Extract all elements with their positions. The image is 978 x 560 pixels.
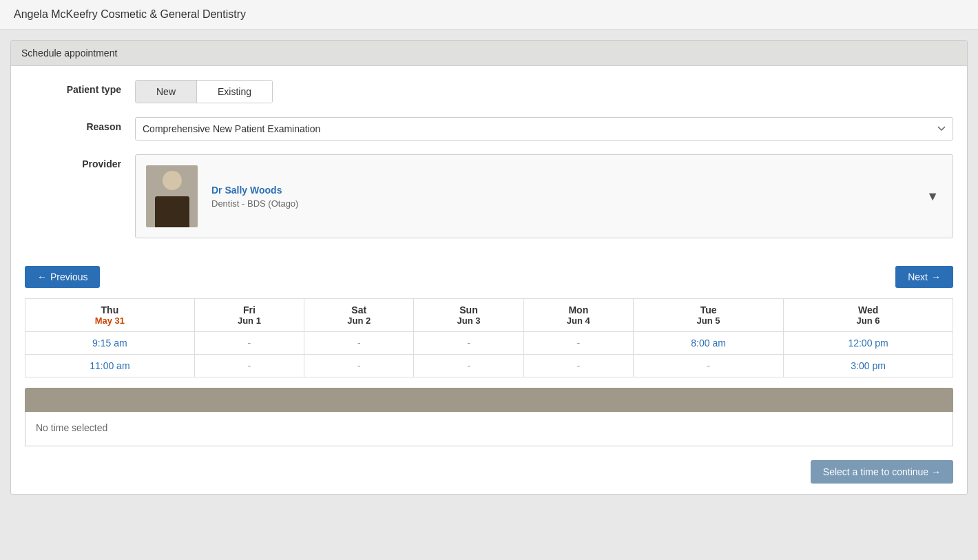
- calendar-header-row: ThuMay 31FriJun 1SatJun 2SunJun 3MonJun …: [25, 299, 953, 332]
- calendar-header-cell: SunJun 3: [414, 299, 523, 332]
- reason-label: Reason: [25, 117, 135, 132]
- calendar-day-name: Fri: [198, 304, 300, 315]
- time-slot[interactable]: 8:00 am: [633, 332, 783, 355]
- main-container: Schedule appointment Patient type New Ex…: [10, 40, 968, 495]
- calendar-header-cell: TueJun 5: [633, 299, 783, 332]
- continue-label: Select a time to continue →: [823, 466, 941, 477]
- time-link[interactable]: 8:00 am: [691, 338, 726, 349]
- provider-row: Provider Dr Sally Woods Dentist - BDS (O…: [25, 154, 953, 238]
- empty-slot: -: [414, 355, 523, 377]
- section-header: Schedule appointment: [11, 41, 967, 66]
- calendar-day-name: Mon: [528, 304, 630, 315]
- previous-button[interactable]: ← Previous: [25, 266, 100, 288]
- calendar-day-name: Tue: [637, 304, 780, 315]
- calendar-row: 11:00 am-----3:00 pm: [25, 355, 953, 377]
- next-label: Next: [908, 271, 928, 282]
- patient-type-new-button[interactable]: New: [136, 81, 197, 103]
- time-slot[interactable]: 11:00 am: [25, 355, 195, 377]
- provider-text: Dr Sally Woods Dentist - BDS (Otago): [211, 185, 298, 209]
- bottom-panel: No time selected: [25, 388, 953, 446]
- empty-slot: -: [194, 332, 304, 355]
- form-area: Patient type New Existing Reason Compreh…: [11, 66, 967, 259]
- provider-photo-silhouette: [146, 165, 198, 227]
- no-time-dash: -: [248, 360, 251, 371]
- bottom-panel-header: [25, 388, 953, 412]
- time-slot[interactable]: 12:00 pm: [784, 332, 953, 355]
- provider-selector[interactable]: Dr Sally Woods Dentist - BDS (Otago) ▼: [135, 154, 953, 238]
- no-time-dash: -: [248, 338, 251, 349]
- calendar-day-name: Thu: [29, 304, 191, 315]
- provider-photo: [146, 165, 198, 227]
- next-button[interactable]: Next →: [895, 266, 953, 288]
- time-link[interactable]: 11:00 am: [90, 360, 129, 371]
- continue-button[interactable]: Select a time to continue →: [811, 460, 953, 484]
- provider-name: Dr Sally Woods: [211, 185, 298, 196]
- calendar-day-name: Wed: [787, 304, 949, 315]
- no-time-dash: -: [357, 360, 361, 371]
- empty-slot: -: [523, 355, 633, 377]
- calendar-header-cell: FriJun 1: [194, 299, 304, 332]
- patient-type-existing-button[interactable]: Existing: [197, 81, 272, 103]
- empty-slot: -: [304, 332, 414, 355]
- empty-slot: -: [194, 355, 304, 377]
- bottom-panel-content: No time selected: [25, 412, 953, 446]
- calendar-header-cell: WedJun 6: [784, 299, 953, 332]
- patient-type-label: Patient type: [25, 80, 135, 95]
- section-title: Schedule appointment: [21, 48, 117, 59]
- calendar-day-date: Jun 5: [637, 315, 780, 326]
- calendar-body: 9:15 am----8:00 am12:00 pm11:00 am-----3…: [25, 332, 953, 377]
- empty-slot: -: [304, 355, 414, 377]
- calendar-table: ThuMay 31FriJun 1SatJun 2SunJun 3MonJun …: [25, 298, 953, 377]
- no-time-dash: -: [467, 360, 470, 371]
- provider-label: Provider: [25, 154, 135, 169]
- calendar-day-date: Jun 1: [198, 315, 300, 326]
- empty-slot: -: [523, 332, 633, 355]
- time-slot[interactable]: 3:00 pm: [784, 355, 953, 377]
- no-time-dash: -: [357, 338, 361, 349]
- calendar-day-date: May 31: [29, 315, 191, 326]
- empty-slot: -: [633, 355, 783, 377]
- bottom-footer: Select a time to continue →: [11, 453, 967, 494]
- time-link[interactable]: 3:00 pm: [851, 360, 886, 371]
- calendar-day-date: Jun 3: [417, 315, 519, 326]
- previous-label: Previous: [50, 271, 87, 282]
- calendar-day-date: Jun 4: [528, 315, 630, 326]
- calendar-day-name: Sun: [417, 304, 519, 315]
- nav-buttons: ← Previous Next →: [11, 259, 967, 295]
- provider-title: Dentist - BDS (Otago): [211, 198, 298, 209]
- no-time-dash: -: [467, 338, 470, 349]
- provider-chevron-icon: ▼: [926, 189, 942, 204]
- calendar-row: 9:15 am----8:00 am12:00 pm: [25, 332, 953, 355]
- patient-type-control: New Existing: [135, 80, 953, 103]
- previous-arrow-icon: ←: [37, 271, 47, 282]
- reason-control: Comprehensive New Patient Examination: [135, 117, 953, 141]
- calendar-header-cell: MonJun 4: [523, 299, 633, 332]
- no-time-dash: -: [576, 360, 580, 371]
- patient-type-toggle-group: New Existing: [135, 80, 273, 103]
- time-link[interactable]: 12:00 pm: [848, 338, 888, 349]
- reason-dropdown[interactable]: Comprehensive New Patient Examination: [135, 117, 953, 141]
- no-time-dash: -: [576, 338, 580, 349]
- patient-type-row: Patient type New Existing: [25, 80, 953, 103]
- time-link[interactable]: 9:15 am: [92, 338, 127, 349]
- top-bar: Angela McKeefry Cosmetic & General Denti…: [0, 0, 978, 30]
- reason-row: Reason Comprehensive New Patient Examina…: [25, 117, 953, 141]
- app-title: Angela McKeefry Cosmetic & General Denti…: [14, 8, 246, 20]
- calendar-day-date: Jun 2: [308, 315, 410, 326]
- calendar-header-cell: SatJun 2: [304, 299, 414, 332]
- provider-info: Dr Sally Woods Dentist - BDS (Otago): [146, 165, 298, 227]
- no-time-dash: -: [707, 360, 710, 371]
- no-time-label: No time selected: [36, 422, 107, 433]
- empty-slot: -: [414, 332, 523, 355]
- calendar-day-name: Sat: [308, 304, 410, 315]
- calendar-day-date: Jun 6: [787, 315, 949, 326]
- calendar-header-cell: ThuMay 31: [25, 299, 195, 332]
- provider-control: Dr Sally Woods Dentist - BDS (Otago) ▼: [135, 154, 953, 238]
- time-slot[interactable]: 9:15 am: [25, 332, 195, 355]
- next-arrow-icon: →: [931, 271, 941, 282]
